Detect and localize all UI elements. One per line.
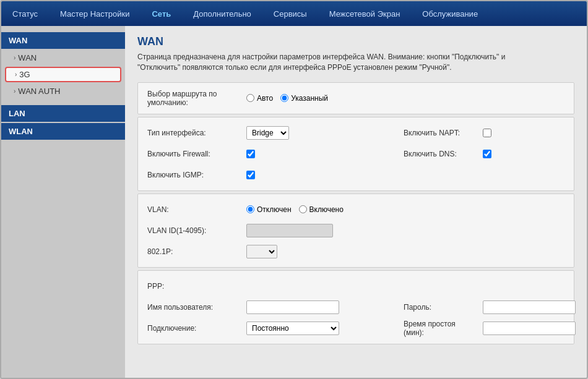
- ppp-label: PPP:: [147, 282, 246, 291]
- igmp-controls: [246, 171, 564, 179]
- sidebar-wlan-header[interactable]: WLAN: [1, 123, 125, 140]
- interface-type-row: Тип интерфейса: Bridge PPPoE DHCP Static…: [147, 124, 564, 142]
- firewall-checkbox[interactable]: [246, 150, 255, 158]
- interface-type-controls: Bridge PPPoE DHCP Static: [246, 126, 404, 140]
- dns-checkbox[interactable]: [483, 150, 491, 158]
- vlan-on-option[interactable]: Включено: [299, 205, 344, 214]
- vlan-off-radio[interactable]: [246, 205, 254, 213]
- content-area: WAN › WAN › 3G › WAN AUTH LAN WLAN WAN С…: [1, 26, 587, 378]
- vlan-on-radio[interactable]: [299, 205, 307, 213]
- napt-col: Включить NAPT:: [404, 129, 564, 137]
- idle-col: Время простоя (мин):: [404, 320, 564, 337]
- sidebar-item-wan-auth[interactable]: › WAN AUTH: [1, 83, 125, 99]
- firewall-label: Включить Firewall:: [147, 150, 246, 158]
- password-label: Пароль:: [404, 303, 478, 312]
- dns-checkbox-item: [483, 150, 491, 158]
- sidebar-item-3g[interactable]: › 3G: [5, 67, 121, 82]
- nav-item-wizard[interactable]: Мастер Настройки: [49, 1, 141, 26]
- nav-item-maintenance[interactable]: Обслуживание: [411, 1, 489, 26]
- arrow-icon: ›: [14, 88, 15, 95]
- page-description: Страница предназначена для настройки пар…: [137, 52, 540, 73]
- dot1p-select[interactable]: [246, 245, 277, 258]
- arrow-icon: ›: [15, 71, 17, 78]
- password-input[interactable]: [483, 300, 576, 314]
- dns-label: Включить DNS:: [404, 150, 478, 158]
- dns-col: Включить DNS:: [404, 150, 564, 158]
- username-controls: [246, 300, 404, 314]
- route-auto-radio[interactable]: [246, 94, 254, 102]
- dot1p-controls: [246, 245, 564, 258]
- top-nav: Статус Мастер Настройки Сеть Дополнитель…: [1, 1, 587, 26]
- connection-controls: Постоянно По запросу Ручной: [246, 322, 404, 335]
- dot1p-row: 802.1P:: [147, 242, 564, 261]
- vlan-id-controls: [246, 224, 564, 237]
- vlan-id-input[interactable]: [246, 224, 333, 237]
- firewall-row: Включить Firewall: Включить DNS:: [147, 145, 564, 163]
- napt-checkbox[interactable]: [483, 129, 491, 137]
- igmp-label: Включить IGMP:: [147, 171, 246, 179]
- route-auto-option[interactable]: Авто: [246, 94, 273, 103]
- connection-select[interactable]: Постоянно По запросу Ручной: [246, 322, 339, 335]
- sidebar-wan-header[interactable]: WAN: [1, 32, 125, 49]
- ppp-row: PPP:: [147, 277, 564, 296]
- route-radio-group: Авто Указанный: [246, 94, 328, 103]
- router-frame: Статус Мастер Настройки Сеть Дополнитель…: [0, 0, 588, 379]
- vlan-id-label: VLAN ID(1-4095):: [147, 226, 246, 235]
- connection-row: Подключение: Постоянно По запросу Ручной…: [147, 319, 564, 338]
- vlan-row: VLAN: Отключен Включено: [147, 200, 564, 219]
- vlan-label: VLAN:: [147, 205, 246, 214]
- nav-item-services[interactable]: Сервисы: [262, 1, 318, 26]
- sidebar: WAN › WAN › 3G › WAN AUTH LAN WLAN: [1, 26, 125, 378]
- arrow-icon: ›: [14, 54, 15, 61]
- napt-checkbox-item: [483, 129, 491, 137]
- page-title: WAN: [137, 35, 574, 48]
- ppp-section: PPP: Имя пользователя: Пароль: Подключен…: [137, 270, 574, 344]
- route-manual-radio[interactable]: [280, 94, 288, 102]
- main-content: WAN Страница предназначена для настройки…: [125, 26, 587, 378]
- interface-type-label: Тип интерфейса:: [147, 129, 246, 137]
- napt-label: Включить NAPT:: [404, 129, 478, 137]
- password-col: Пароль:: [404, 300, 564, 314]
- igmp-checkbox[interactable]: [246, 171, 255, 179]
- route-label: Выбор маршрута по умолчанию:: [147, 90, 246, 107]
- vlan-controls: Отключен Включено: [246, 205, 564, 214]
- firewall-controls: [246, 150, 404, 158]
- vlan-section: VLAN: Отключен Включено: [137, 194, 574, 268]
- route-controls: Авто Указанный: [246, 94, 564, 103]
- nav-item-advanced[interactable]: Дополнительно: [182, 1, 262, 26]
- sidebar-item-wan[interactable]: › WAN: [1, 50, 125, 66]
- interface-section: Тип интерфейса: Bridge PPPoE DHCP Static…: [137, 117, 574, 191]
- username-input[interactable]: [246, 300, 339, 314]
- vlan-radio-group: Отключен Включено: [246, 205, 344, 214]
- connection-label: Подключение:: [147, 324, 246, 333]
- route-manual-option[interactable]: Указанный: [280, 94, 328, 103]
- nav-item-network[interactable]: Сеть: [141, 1, 182, 26]
- igmp-row: Включить IGMP:: [147, 166, 564, 184]
- nav-item-firewall[interactable]: Межсетевой Экран: [318, 1, 412, 26]
- vlan-id-row: VLAN ID(1-4095):: [147, 221, 564, 240]
- dot1p-label: 802.1P:: [147, 247, 246, 256]
- username-row: Имя пользователя: Пароль:: [147, 298, 564, 317]
- vlan-off-option[interactable]: Отключен: [246, 205, 292, 214]
- igmp-checkbox-item: [246, 171, 255, 179]
- firewall-checkbox-item: [246, 150, 255, 158]
- route-row: Выбор маршрута по умолчанию: Авто Указан…: [147, 89, 564, 108]
- nav-item-status[interactable]: Статус: [1, 1, 49, 26]
- sidebar-lan-header[interactable]: LAN: [1, 105, 125, 122]
- route-section: Выбор маршрута по умолчанию: Авто Указан…: [137, 82, 574, 114]
- interface-type-select[interactable]: Bridge PPPoE DHCP Static: [246, 126, 289, 140]
- idle-input[interactable]: [483, 322, 576, 335]
- username-label: Имя пользователя:: [147, 303, 246, 312]
- idle-label: Время простоя (мин):: [404, 320, 478, 337]
